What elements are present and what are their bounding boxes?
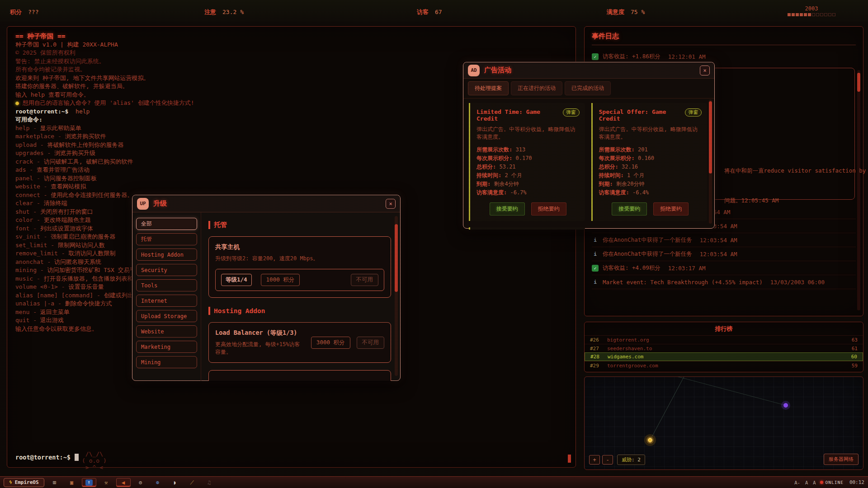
- progress-dot: [812, 13, 815, 16]
- accept-offer-button[interactable]: 接受要约: [490, 202, 525, 216]
- server-network-panel[interactable]: + - 威胁: 2 服务器网络: [584, 376, 863, 470]
- reject-offer-button[interactable]: 拒绝要约: [653, 202, 689, 216]
- font-size-medium-button[interactable]: A: [804, 480, 809, 485]
- upgrade-category-button[interactable]: Tools: [136, 279, 197, 291]
- taskbar-clock: 00:12: [849, 479, 864, 485]
- zoom-out-button[interactable]: -: [602, 455, 613, 465]
- ads-window-titlebar[interactable]: AD 广告活动 ×: [463, 62, 714, 79]
- upgrade-category-button[interactable]: Security: [136, 264, 197, 276]
- upgrade-category-button[interactable]: Website: [136, 325, 197, 338]
- line-text: 访问服务器控制面板: [44, 175, 97, 182]
- upgrade-category-button[interactable]: 托管: [136, 233, 197, 245]
- year-progress-dots: [788, 13, 835, 16]
- unavailable-button[interactable]: 不可用: [351, 274, 379, 286]
- line-text: 可用命令:: [15, 116, 42, 123]
- taskbar-icon-upgrades-arrow[interactable]: ↑: [82, 478, 96, 487]
- taskbar-icon-upload-box[interactable]: ▣: [65, 478, 79, 487]
- ads-tab[interactable]: 待处理提案: [468, 81, 509, 95]
- purple-server-node[interactable]: [781, 401, 790, 410]
- event-text: 访客收益: +1.86积分: [603, 53, 660, 61]
- ads-scrollbar[interactable]: [709, 99, 712, 224]
- leaderboard-row[interactable]: #27seedershaven.to61: [585, 344, 863, 352]
- terminal-input-row[interactable]: root@torrent:~$: [15, 452, 569, 463]
- upgrade-category-button[interactable]: Mining: [136, 356, 197, 368]
- command-name: volume <0-1>: [15, 283, 58, 290]
- upgrade-window: UP 升级 × 全部托管Hosting AddonSecurityToolsIn…: [132, 195, 401, 381]
- upgrade-category-button[interactable]: Marketing: [136, 341, 197, 353]
- line-text: 欢迎来到 种子帝国, 地下文件共享网站运营模拟。: [15, 75, 149, 81]
- scrollbar-thumb[interactable]: [709, 101, 712, 174]
- taskbar-icon-settings-gear[interactable]: ⚙: [133, 478, 148, 487]
- ad-offer-card-clipped: Special Offer: Game Credit弹窗 弹出式广告。中等积分收…: [469, 227, 585, 230]
- server-network-button[interactable]: 服务器网络: [824, 454, 859, 465]
- upgrade-scrollbar[interactable]: [395, 216, 398, 376]
- upgrade-category-button[interactable]: Upload Storage: [136, 310, 197, 322]
- check-icon: ✓: [592, 53, 599, 60]
- taskbar-icon-mining-pickaxe[interactable]: ⟋: [185, 478, 199, 487]
- scrollbar-thumb[interactable]: [857, 73, 860, 92]
- player-server-node[interactable]: [644, 434, 656, 446]
- ads-tab[interactable]: 正在进行的活动: [511, 81, 562, 95]
- command-name: ads: [15, 166, 26, 173]
- font-size-large-button[interactable]: A: [812, 480, 816, 485]
- zoom-in-button[interactable]: +: [589, 455, 600, 465]
- ads-tab-bar: 待处理提案正在进行的活动已完成的活动: [463, 79, 714, 99]
- taskbar-icon-website-globe[interactable]: ⊕: [151, 478, 165, 487]
- taskbar-icon-music-note[interactable]: ♫: [202, 478, 217, 487]
- section-heading: 托管: [208, 221, 391, 229]
- leaderboard-title: 排行榜: [585, 325, 863, 333]
- terminal-scrollbar-thumb[interactable]: [568, 455, 571, 463]
- upgrade-category-button[interactable]: Internet: [136, 295, 197, 307]
- ad-offer-card: Limited Time: Game Credit弹窗 弹出式广告。中等积分收益…: [469, 103, 585, 221]
- scrollbar-thumb[interactable]: [395, 224, 398, 292]
- points-value: ???: [28, 9, 38, 15]
- line-text: 将破解软件上传到你的服务器: [47, 141, 123, 148]
- taskbar: ϟEmpireOS ⊞▣↑⚒◀⚙⊕◗⟋♫ A- A A ONLINE 00:12: [0, 476, 868, 488]
- command-name: anonchat: [15, 258, 44, 265]
- event-entry: iMarket event: Tech Breakthrough (+4.55%…: [592, 275, 856, 289]
- line-text: 关闭所有打开的窗口: [40, 208, 93, 215]
- font-size-decrease-button[interactable]: A-: [793, 480, 801, 485]
- taskbar-icon-marketplace-cart[interactable]: ⊞: [47, 478, 62, 487]
- empireos-start-button[interactable]: ϟEmpireOS: [4, 478, 44, 487]
- taskbar-icon-chat-bubble[interactable]: ◗: [168, 478, 182, 487]
- taskbar-icon-ads-megaphone[interactable]: ◀: [116, 478, 131, 487]
- unavailable-button[interactable]: 不可用: [357, 337, 385, 349]
- close-icon[interactable]: ×: [386, 199, 396, 209]
- leaderboard-row[interactable]: #29torrentgroove.com59: [585, 361, 863, 370]
- event-entry: i你在AnonChat中获得了一个新任务12:03:54 AM: [592, 247, 856, 261]
- taskbar-icon-crack-hammer[interactable]: ⚒: [99, 478, 113, 487]
- upgrade-category-button[interactable]: Hosting Addon: [136, 249, 197, 261]
- ad-stats: 所需展示次数: 313每次展示积分: 0.170总积分: 53.21持续时间: …: [476, 145, 580, 197]
- command-name: marketplace: [15, 133, 54, 140]
- reject-offer-button[interactable]: 拒绝要约: [531, 202, 566, 216]
- leaderboard-row[interactable]: #28widgames.com60: [585, 352, 863, 361]
- command-name: font: [15, 225, 29, 232]
- score: 59: [852, 363, 858, 369]
- upgrade-category-button[interactable]: 全部: [136, 218, 197, 230]
- terminal-line: == 种子帝国 ==: [15, 32, 568, 41]
- close-icon[interactable]: ×: [700, 66, 710, 75]
- satisfaction-value: 75 %: [631, 9, 645, 15]
- accept-offer-button[interactable]: 接受要约: [612, 202, 647, 216]
- ads-tab[interactable]: 已完成的活动: [565, 81, 611, 95]
- progress-dot: [824, 13, 827, 16]
- site-name: torrentgroove.com: [607, 363, 852, 369]
- upgrade-window-titlebar[interactable]: UP 升级 ×: [132, 195, 400, 212]
- progress-dot: [796, 13, 799, 16]
- year-progress: 2003: [788, 5, 835, 16]
- command-name: crack: [15, 158, 33, 165]
- command-name: quit: [15, 317, 29, 324]
- online-status-badge: ONLINE: [820, 480, 844, 485]
- leaderboard-row[interactable]: #26bigtorrent.org63: [585, 335, 863, 344]
- event-entry: ✓访客收益: +4.09积分12:03:17 AM: [592, 261, 856, 275]
- command-name: clear: [15, 200, 33, 206]
- attention-label: 注意: [204, 9, 216, 15]
- upgrade-category-list: 全部托管Hosting AddonSecurityToolsInternetUp…: [132, 212, 201, 381]
- event-time: 12:03:54 AM: [700, 251, 737, 258]
- line-text: © 2025 保留所有权利: [15, 49, 75, 56]
- line-text: 取消访问人数限制: [68, 250, 115, 257]
- next-upgrade-card-clipped: [208, 370, 391, 381]
- event-log-scrollbar[interactable]: [857, 70, 860, 310]
- lightning-icon: ϟ: [9, 479, 12, 485]
